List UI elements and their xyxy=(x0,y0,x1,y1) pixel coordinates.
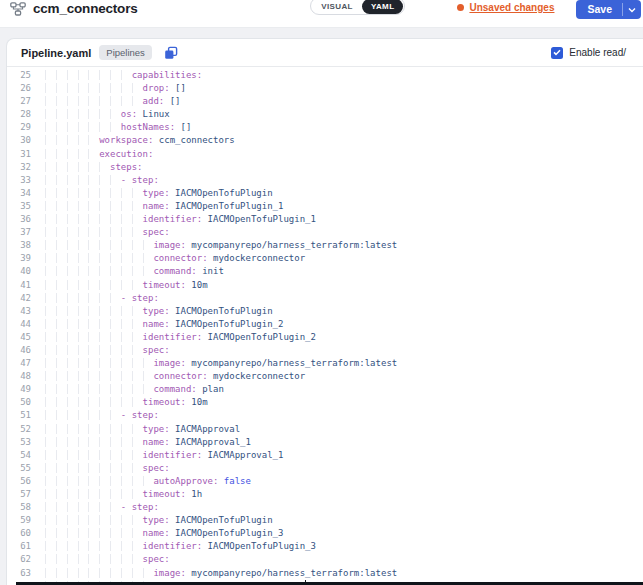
enable-checkbox[interactable] xyxy=(551,47,563,59)
tab-yaml[interactable]: YAML xyxy=(362,0,404,14)
chevron-down-icon[interactable] xyxy=(623,0,641,19)
code-line[interactable]: 56 autoApprove: false xyxy=(7,475,643,488)
code-text: autoApprove: false xyxy=(31,475,251,488)
line-number: 37 xyxy=(7,226,31,239)
pipeline-icon xyxy=(10,2,26,20)
code-line[interactable]: 28 os: Linux xyxy=(7,108,643,121)
code-text: connector: mydockerconnector xyxy=(31,252,305,265)
save-button-label[interactable]: Save xyxy=(576,0,622,19)
code-line[interactable]: 32 steps: xyxy=(7,161,643,174)
line-number: 33 xyxy=(7,174,31,187)
code-text: identifier: IACMApproval_1 xyxy=(31,449,283,462)
code-text: execution: xyxy=(31,148,153,161)
code-line[interactable]: 53 name: IACMApproval_1 xyxy=(7,436,643,449)
code-line[interactable]: 44 name: IACMOpenTofuPlugin_2 xyxy=(7,318,643,331)
code-text: spec: xyxy=(31,553,170,566)
line-number: 55 xyxy=(7,462,31,475)
code-line[interactable]: 60 name: IACMOpenTofuPlugin_3 xyxy=(7,527,643,540)
code-text: drop: [] xyxy=(31,82,186,95)
code-line[interactable]: 39 connector: mydockerconnector xyxy=(7,252,643,265)
code-line[interactable]: 38 image: mycompanyrepo/harness_terrafor… xyxy=(7,239,643,252)
code-text: identifier: IACMOpenTofuPlugin_2 xyxy=(31,331,316,344)
code-line[interactable]: 36 identifier: IACMOpenTofuPlugin_1 xyxy=(7,213,643,226)
code-line[interactable]: 51 - step: xyxy=(7,409,643,422)
code-line[interactable]: 27 add: [] xyxy=(7,95,643,108)
code-line[interactable]: 55 spec: xyxy=(7,462,643,475)
save-button[interactable]: Save xyxy=(576,0,641,19)
line-number: 44 xyxy=(7,318,31,331)
code-line[interactable]: 58 - step: xyxy=(7,501,643,514)
code-text: - step: xyxy=(31,409,159,422)
code-line[interactable]: 30 workspace: ccm_connectors xyxy=(7,134,643,147)
copy-icon[interactable] xyxy=(164,46,178,60)
line-number: 27 xyxy=(7,95,31,108)
line-number: 46 xyxy=(7,344,31,357)
code-lines: 25 capabilities:26 drop: []27 add: []28 … xyxy=(7,69,643,585)
code-line[interactable]: 54 identifier: IACMApproval_1 xyxy=(7,449,643,462)
line-number: 49 xyxy=(7,383,31,396)
code-line[interactable]: 29 hostNames: [] xyxy=(7,121,643,134)
code-line[interactable]: 52 type: IACMApproval xyxy=(7,423,643,436)
code-line[interactable]: 33 - step: xyxy=(7,174,643,187)
code-text: name: IACMOpenTofuPlugin_3 xyxy=(31,527,283,540)
code-line[interactable]: 31 execution: xyxy=(7,148,643,161)
code-text: - step: xyxy=(31,501,159,514)
line-number: 52 xyxy=(7,423,31,436)
line-number: 26 xyxy=(7,82,31,95)
code-line[interactable]: 49 command: plan xyxy=(7,383,643,396)
code-text: type: IACMOpenTofuPlugin xyxy=(31,514,273,527)
unsaved-changes-link[interactable]: Unsaved changes xyxy=(457,2,554,13)
code-line[interactable]: 42 - step: xyxy=(7,292,643,305)
code-line[interactable]: 25 capabilities: xyxy=(7,69,643,82)
code-text: steps: xyxy=(31,161,143,174)
code-text: timeout: 10m xyxy=(31,279,208,292)
code-text: type: IACMApproval xyxy=(31,423,240,436)
line-number: 38 xyxy=(7,239,31,252)
code-text: name: IACMApproval_1 xyxy=(31,436,251,449)
code-text: capabilities: xyxy=(31,69,202,82)
tab-visual[interactable]: VISUAL xyxy=(312,0,362,14)
enable-read-toggle: Enable read/ xyxy=(551,47,626,59)
code-line[interactable]: 59 type: IACMOpenTofuPlugin xyxy=(7,514,643,527)
code-line[interactable]: 62 spec: xyxy=(7,553,643,566)
code-line[interactable]: 46 spec: xyxy=(7,344,643,357)
line-number: 40 xyxy=(7,265,31,278)
line-number: 50 xyxy=(7,396,31,409)
code-line[interactable]: 35 name: IACMOpenTofuPlugin_1 xyxy=(7,200,643,213)
code-text: timeout: 1h xyxy=(31,488,202,501)
code-line[interactable]: 63 image: mycompanyrepo/harness_terrafor… xyxy=(7,567,643,580)
code-line[interactable]: 47 image: mycompanyrepo/harness_terrafor… xyxy=(7,357,643,370)
code-text: timeout: 10m xyxy=(31,396,208,409)
file-tab-bar: Pipeline.yaml Pipelines Enable read/ xyxy=(7,39,643,67)
mode-toggle[interactable]: VISUAL YAML xyxy=(310,0,405,15)
line-number: 58 xyxy=(7,501,31,514)
code-text: add: [] xyxy=(31,95,181,108)
code-text: workspace: ccm_connectors xyxy=(31,134,235,147)
line-number: 56 xyxy=(7,475,31,488)
code-line[interactable]: 50 timeout: 10m xyxy=(7,396,643,409)
line-number: 63 xyxy=(7,567,31,580)
code-line[interactable]: 41 timeout: 10m xyxy=(7,279,643,292)
code-line[interactable]: 43 type: IACMOpenTofuPlugin xyxy=(7,305,643,318)
code-line[interactable]: 26 drop: [] xyxy=(7,82,643,95)
code-text: image: mycompanyrepo/harness_terraform:l… xyxy=(31,239,397,252)
line-number: 62 xyxy=(7,553,31,566)
line-number: 45 xyxy=(7,331,31,344)
code-line[interactable]: 40 command: init xyxy=(7,265,643,278)
line-number: 59 xyxy=(7,514,31,527)
code-line[interactable]: 45 identifier: IACMOpenTofuPlugin_2 xyxy=(7,331,643,344)
line-number: 61 xyxy=(7,540,31,553)
code-line[interactable]: 61 identifier: IACMOpenTofuPlugin_3 xyxy=(7,540,643,553)
code-line[interactable]: 34 type: IACMOpenTofuPlugin xyxy=(7,187,643,200)
code-line[interactable]: 37 spec: xyxy=(7,226,643,239)
code-text: spec: xyxy=(31,462,170,475)
code-text: os: Linux xyxy=(31,108,170,121)
code-text: spec: xyxy=(31,344,170,357)
code-text: name: IACMOpenTofuPlugin_2 xyxy=(31,318,283,331)
code-text: connector: mydockerconnector xyxy=(31,370,305,383)
code-line[interactable]: 48 connector: mydockerconnector xyxy=(7,370,643,383)
line-number: 32 xyxy=(7,161,31,174)
code-line[interactable]: 57 timeout: 1h xyxy=(7,488,643,501)
yaml-editor[interactable]: 25 capabilities:26 drop: []27 add: []28 … xyxy=(7,67,643,585)
line-number: 51 xyxy=(7,409,31,422)
